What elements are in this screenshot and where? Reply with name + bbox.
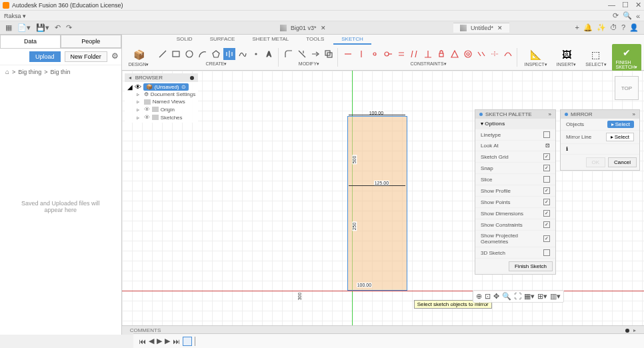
midpoint-constraint[interactable] [449, 48, 461, 60]
timeline-back-icon[interactable]: ◀ [149, 337, 154, 345]
parallel-constraint[interactable] [409, 48, 421, 60]
sketch-profile[interactable] [347, 116, 407, 291]
orbit-icon[interactable]: ⊕ [476, 292, 482, 301]
tab-untitled[interactable]: Untitled* ✕ [453, 23, 509, 33]
job-status-icon[interactable]: ⏱ [610, 23, 617, 32]
visibility-icon[interactable]: 👁 [135, 83, 141, 91]
ribbon-tab-tools[interactable]: TOOLS [298, 35, 332, 45]
symmetry-constraint[interactable] [489, 48, 501, 60]
checkbox[interactable] [543, 199, 550, 205]
people-tab[interactable]: People [61, 35, 121, 48]
dimension-left2[interactable]: 250 [352, 222, 357, 231]
expand-icon[interactable]: ◢ [127, 83, 133, 91]
tree-root[interactable]: 📦(Unsaved)⊙ [143, 83, 189, 91]
checkbox[interactable] [543, 221, 550, 228]
refresh-icon[interactable]: ⟳ [613, 11, 619, 20]
curvature-constraint[interactable] [502, 48, 514, 60]
breadcrumb[interactable]: ⌂ > Big thing > Big thin [0, 65, 121, 78]
collapse-icon[interactable]: « [636, 12, 640, 20]
collapse-section-icon[interactable]: ▾ [481, 121, 483, 127]
insert-button[interactable]: 🖼INSERT▾ [553, 46, 581, 69]
palette-menu-icon[interactable]: » [633, 111, 635, 117]
tree-node-views[interactable]: ▹Named Views [137, 98, 196, 105]
palette-option-look-at[interactable]: Look At⊡ [475, 141, 555, 151]
spline-tool[interactable] [237, 48, 249, 60]
new-tab-icon[interactable]: + [575, 23, 579, 32]
info-icon[interactable]: ℹ [566, 146, 568, 152]
select-button[interactable]: ⬚SELECT▾ [581, 46, 610, 69]
tangent-constraint[interactable] [382, 48, 394, 60]
ribbon-tab-sheetmetal[interactable]: SHEET METAL [244, 35, 297, 45]
polygon-tool[interactable] [210, 48, 222, 60]
notifications-icon[interactable]: 🔔 [583, 23, 593, 32]
palette-option-show-profile[interactable]: Show Profile [475, 185, 555, 197]
extensions-icon[interactable]: ✨ [597, 23, 606, 32]
upload-button[interactable]: Upload [29, 51, 61, 62]
ribbon-tab-solid[interactable]: SOLID [169, 35, 201, 45]
coincident-constraint[interactable] [369, 48, 381, 60]
perpendicular-constraint[interactable] [422, 48, 434, 60]
trim-tool[interactable] [296, 48, 308, 60]
arc-tool[interactable] [197, 48, 209, 60]
checkbox[interactable] [543, 235, 550, 242]
concentric-constraint[interactable] [462, 48, 474, 60]
palette-option-show-constraints[interactable]: Show Constraints [475, 219, 555, 231]
rectangle-tool[interactable] [170, 48, 182, 60]
finish-sketch-button[interactable]: ✔FINISH SKETCH▾ [612, 44, 641, 71]
line-tool[interactable] [157, 48, 169, 60]
cancel-button[interactable]: Cancel [608, 157, 637, 167]
palette-option-linetype[interactable]: Linetype [475, 129, 555, 141]
dimension-bottom[interactable]: 100.00 [357, 283, 372, 287]
gear-icon[interactable]: ⚙ [111, 51, 119, 62]
dimension-left1[interactable]: 500 [352, 155, 357, 165]
pan-icon[interactable]: ✥ [493, 292, 499, 301]
ribbon-tab-sketch[interactable]: SKETCH [333, 35, 371, 45]
view-cube[interactable]: TOP [615, 76, 639, 100]
checkbox[interactable] [543, 153, 550, 160]
timeline-feature-sketch[interactable] [183, 337, 192, 346]
close-tab-icon[interactable]: ✕ [497, 25, 503, 31]
dimension-leftout[interactable]: 300 [297, 292, 302, 301]
search-icon[interactable]: 🔍 [623, 11, 632, 20]
tree-node-docsettings[interactable]: ▹⚙Document Settings [137, 91, 196, 98]
canvas[interactable]: ◂ BROWSER ◢ 👁 📦(Unsaved)⊙ ▹⚙Document Set… [122, 71, 644, 325]
palette-option-3d-sketch[interactable]: 3D Sketch [475, 247, 555, 259]
timeline-forward-icon[interactable]: ▶ [165, 337, 170, 345]
tree-node-origin[interactable]: ▹👁Origin [137, 105, 196, 113]
circle-tool[interactable] [183, 48, 195, 60]
inspect-button[interactable]: 📐INSPECT▾ [520, 46, 551, 69]
design-workspace-button[interactable]: 📦 DESIGN▾ [125, 46, 153, 69]
select-mirrorline-button[interactable]: ▸ Select [606, 133, 634, 141]
timeline-end-icon[interactable]: ⏭ [173, 337, 180, 345]
ribbon-tab-surface[interactable]: SURFACE [202, 35, 243, 45]
user-menu[interactable]: Raksa ▾ [4, 13, 26, 19]
timeline-start-icon[interactable]: ⏮ [139, 337, 146, 345]
text-tool[interactable]: A [263, 48, 275, 60]
checkbox[interactable] [543, 165, 550, 171]
extend-tool[interactable] [309, 48, 321, 60]
maximize-button[interactable]: ☐ [622, 1, 629, 9]
fit-icon[interactable]: ⛶ [514, 292, 521, 301]
finish-sketch-palette-button[interactable]: Finish Sketch [509, 261, 553, 271]
grid-menu[interactable]: ⊞▾ [537, 292, 547, 301]
undo-icon[interactable]: ↶ [55, 23, 61, 32]
dimension-mid[interactable]: 125.00 [374, 181, 389, 185]
palette-option-show-projected-geometries[interactable]: Show Projected Geometries [475, 231, 555, 247]
file-menu[interactable]: 📄▾ [17, 23, 31, 32]
data-tab[interactable]: Data [0, 35, 61, 48]
viewport-menu[interactable]: ▥▾ [550, 292, 561, 301]
checkbox[interactable] [543, 210, 550, 217]
lookat-action-icon[interactable]: ⊡ [545, 143, 550, 149]
collinear-constraint[interactable] [475, 48, 487, 60]
save-icon[interactable]: 💾▾ [36, 23, 49, 32]
equal-constraint[interactable] [395, 48, 407, 60]
offset-tool[interactable] [323, 48, 335, 60]
select-objects-button[interactable]: ▸ Select [607, 121, 634, 128]
palette-menu-icon[interactable]: » [549, 111, 551, 117]
palette-option-show-points[interactable]: Show Points [475, 197, 555, 208]
collapse-browser-icon[interactable]: ◂ [129, 75, 131, 81]
lookat-icon[interactable]: ⊡ [485, 292, 491, 301]
horizontal-constraint[interactable] [342, 48, 354, 60]
help-icon[interactable]: ? [621, 23, 625, 32]
display-menu[interactable]: ▦▾ [524, 292, 535, 301]
